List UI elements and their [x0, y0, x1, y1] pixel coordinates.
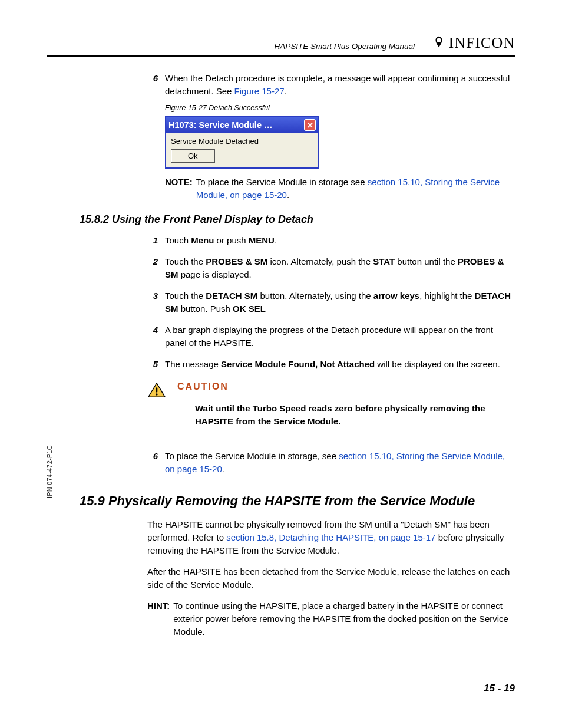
text: icon. Alternately, push the: [267, 256, 373, 266]
step-4: 4 A bar graph displaying the progress of…: [147, 324, 515, 350]
text: To place the Service Module in storage s…: [196, 177, 368, 187]
divider: [177, 434, 515, 434]
dialog-titlebar: H1073: Service Module … ✕: [166, 117, 318, 133]
step-body: Touch the PROBES & SM icon. Alternately,…: [165, 255, 515, 281]
text-bold: MENU: [249, 235, 275, 245]
text: Touch the: [165, 291, 206, 301]
step-body: The message Service Module Found, Not At…: [165, 358, 515, 371]
step-2: 2 Touch the PROBES & SM icon. Alternatel…: [147, 255, 515, 281]
text: .: [275, 235, 277, 245]
hint-block: HINT: To continue using the HAPSITE, pla…: [147, 599, 515, 638]
text: button until the: [395, 256, 458, 266]
step-5: 5 The message Service Module Found, Not …: [147, 358, 515, 371]
ipn-code: IPN 074-472-P1C: [46, 445, 53, 498]
caution-text: Wait until the Turbo Speed reads zero be…: [195, 402, 515, 428]
step-body: Touch Menu or push MENU.: [165, 234, 515, 247]
step-number: 1: [147, 234, 165, 247]
figure-15-27: Figure 15-27 Detach Successful H1073: Se…: [165, 104, 515, 169]
text: , highlight the: [419, 291, 474, 301]
caution-block: CAUTION Wait until the Turbo Speed reads…: [148, 381, 515, 440]
text: or push: [214, 235, 248, 245]
step-6-top: 6 When the Detach procedure is complete,…: [147, 72, 515, 98]
text-bold: STAT: [373, 256, 395, 266]
text-bold: PROBES & SM: [206, 256, 267, 266]
brand-block: INFICON: [432, 34, 515, 52]
manual-title: HAPSITE Smart Plus Operating Manual: [274, 42, 415, 51]
step-6: 6 To place the Service Module in storage…: [147, 450, 515, 476]
svg-point-1: [156, 393, 157, 395]
step-number: 6: [147, 450, 165, 476]
text: Touch: [165, 235, 191, 245]
text: .: [285, 86, 287, 96]
text: .: [222, 464, 224, 474]
footer-rule: [47, 671, 515, 671]
text: When the Detach procedure is complete, a…: [165, 73, 510, 96]
hint-label: HINT:: [147, 599, 173, 638]
text: To place the Service Module in storage, …: [165, 451, 339, 461]
text: Touch the: [165, 256, 206, 266]
dialog-title: H1073: Service Module …: [168, 120, 273, 130]
text: .: [287, 190, 289, 200]
step-number: 4: [147, 324, 165, 350]
step-number: 3: [147, 289, 165, 315]
heading-15-8-2: 15.8.2 Using the Front Panel Display to …: [80, 213, 515, 226]
caution-heading: CAUTION: [177, 381, 515, 392]
caution-icon: [148, 381, 169, 440]
note-block: NOTE: To place the Service Module in sto…: [165, 176, 515, 202]
text-bold: OK SEL: [233, 304, 266, 314]
step-body: Touch the DETACH SM button. Alternately,…: [165, 289, 515, 315]
text-bold: DETACH SM: [206, 291, 257, 301]
step-number: 5: [147, 358, 165, 371]
note-body: To place the Service Module in storage s…: [196, 176, 515, 202]
text: page is displayed.: [178, 269, 252, 279]
section-xref[interactable]: section 15.8, Detaching the HAPSITE, on …: [226, 532, 435, 542]
paragraph: After the HAPSITE has been detached from…: [147, 565, 515, 591]
divider: [177, 396, 515, 396]
note-label: NOTE:: [165, 176, 196, 202]
close-icon[interactable]: ✕: [304, 119, 316, 131]
step-body: To place the Service Module in storage, …: [165, 450, 515, 476]
text-bold: Menu: [191, 235, 214, 245]
text: will be displayed on the screen.: [375, 359, 500, 369]
step-body: When the Detach procedure is complete, a…: [165, 72, 515, 98]
text: button. Alternately, using the: [257, 291, 373, 301]
brand-logo-icon: [432, 35, 445, 51]
heading-15-9: 15.9 Physically Removing the HAPSITE fro…: [80, 493, 515, 509]
text: The message: [165, 359, 221, 369]
step-number: 6: [147, 72, 165, 98]
figure-xref[interactable]: Figure 15-27: [234, 86, 285, 96]
dialog-message: Service Module Detached: [171, 137, 315, 146]
figure-caption: Figure 15-27 Detach Successful: [165, 104, 515, 112]
step-number: 2: [147, 255, 165, 281]
brand-name: INFICON: [449, 34, 515, 52]
dialog-box: H1073: Service Module … ✕ Service Module…: [165, 116, 319, 169]
step-3: 3 Touch the DETACH SM button. Alternatel…: [147, 289, 515, 315]
text-bold: Service Module Found, Not Attached: [221, 359, 375, 369]
text: button. Push: [178, 304, 233, 314]
svg-rect-0: [156, 387, 158, 392]
text-bold: arrow keys: [373, 291, 419, 301]
step-1: 1 Touch Menu or push MENU.: [147, 234, 515, 247]
hint-text: To continue using the HAPSITE, place a c…: [173, 599, 515, 638]
paragraph: The HAPSITE cannot be physically removed…: [147, 518, 515, 557]
page-number: 15 - 19: [484, 683, 515, 694]
header-rule: [47, 55, 515, 57]
ok-button[interactable]: Ok: [171, 149, 215, 163]
step-body: A bar graph displaying the progress of t…: [165, 324, 515, 350]
